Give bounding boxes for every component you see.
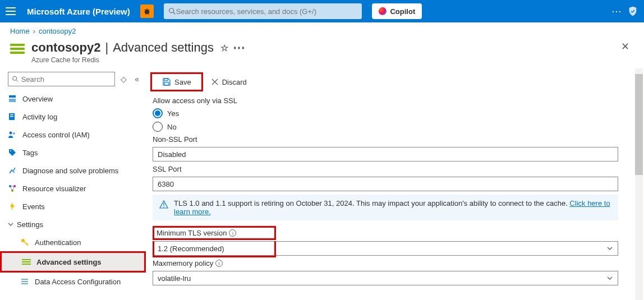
non-ssl-port-label: Non-SSL Port	[153, 135, 618, 144]
svg-point-11	[13, 132, 15, 135]
nav-advanced-settings[interactable]: Advanced settings	[2, 253, 144, 271]
close-blade-icon[interactable]: ✕	[621, 40, 629, 53]
min-tls-label: Minimum TLS version i	[157, 229, 272, 237]
nav-data-access[interactable]: Data Access Configuration	[0, 273, 146, 290]
ssl-no-radio[interactable]: No	[153, 122, 618, 132]
header-more-icon[interactable]: ⋯	[233, 40, 246, 55]
svg-rect-5	[9, 95, 16, 98]
nav-search[interactable]	[8, 72, 115, 86]
content-toolbar: Save Discard	[150, 71, 633, 93]
ssl-yes-radio[interactable]: Yes	[153, 108, 618, 118]
chevron-down-icon	[606, 245, 613, 252]
nav-collapse-icon[interactable]: «	[132, 75, 141, 84]
advanced-settings-icon	[22, 257, 31, 266]
events-icon	[8, 202, 17, 211]
svg-rect-23	[164, 79, 168, 81]
key-icon	[20, 238, 29, 247]
info-icon[interactable]: i	[229, 229, 236, 237]
tags-icon	[8, 148, 17, 157]
nav-pin-icon[interactable]: ◇	[118, 75, 129, 84]
save-icon	[162, 77, 171, 86]
left-nav: ◇ « Overview Activity log Access control…	[0, 68, 146, 300]
access-control-icon	[8, 130, 17, 139]
nav-authentication[interactable]: Authentication	[0, 233, 146, 251]
svg-point-1	[169, 8, 173, 13]
ssl-port-input[interactable]: 6380	[153, 177, 618, 191]
discard-icon	[211, 78, 219, 86]
svg-point-28	[163, 206, 164, 207]
favorite-star-icon[interactable]: ☆	[220, 43, 228, 53]
nav-search-input[interactable]	[21, 75, 112, 84]
svg-rect-6	[9, 99, 16, 102]
nav-diagnose[interactable]: Diagnose and solve problems	[0, 161, 146, 179]
diagnose-icon	[8, 166, 17, 175]
svg-rect-22	[21, 283, 28, 284]
svg-line-4	[16, 80, 18, 82]
svg-rect-9	[10, 116, 13, 117]
tls-retirement-banner: TLS 1.0 and 1.1 support is retiring on O…	[153, 195, 618, 220]
menu-toggle-icon[interactable]	[6, 4, 19, 18]
copilot-button[interactable]: Copilot	[372, 3, 422, 19]
svg-point-12	[10, 150, 11, 151]
breadcrumb-home[interactable]: Home	[10, 27, 30, 35]
non-ssl-port-input[interactable]: Disabled	[153, 147, 618, 161]
page-title: contosopy2 | Advanced settings ☆ ⋯	[31, 40, 246, 55]
redis-resource-icon	[10, 44, 26, 55]
ssl-port-label: SSL Port	[153, 165, 618, 173]
search-icon	[168, 7, 176, 15]
info-icon[interactable]: i	[215, 260, 223, 267]
svg-line-2	[173, 12, 175, 15]
nav-activity-log[interactable]: Activity log	[0, 108, 146, 126]
chevron-down-icon	[8, 221, 13, 227]
chevron-down-icon	[606, 275, 613, 281]
svg-rect-19	[22, 264, 31, 265]
resource-visualizer-icon	[8, 184, 17, 193]
nav-tags[interactable]: Tags	[0, 144, 146, 161]
maxmemory-select[interactable]: volatile-lru	[153, 271, 618, 285]
breadcrumb-resource[interactable]: contosopy2	[39, 27, 76, 35]
maxmemory-label: Maxmemory policy i	[153, 259, 618, 267]
content-pane: Save Discard Allow access only via SSL Y…	[146, 68, 644, 300]
svg-rect-18	[22, 261, 31, 262]
ssl-access-label: Allow access only via SSL	[153, 96, 618, 105]
min-tls-select[interactable]: 1.2 (Recommended)	[153, 241, 618, 256]
search-icon	[12, 75, 19, 83]
overview-icon	[8, 94, 17, 103]
svg-rect-21	[21, 281, 28, 282]
breadcrumb: Home › contosopy2	[0, 22, 644, 39]
scrollbar-thumb[interactable]	[635, 74, 643, 175]
svg-point-3	[13, 76, 17, 80]
copilot-label: Copilot	[390, 7, 415, 16]
global-search[interactable]	[164, 3, 362, 19]
page-subtitle: Azure Cache for Redis	[31, 56, 246, 64]
brand-title: Microsoft Azure (Preview)	[27, 7, 130, 16]
svg-rect-8	[10, 114, 13, 116]
page-header: contosopy2 | Advanced settings ☆ ⋯ Azure…	[0, 39, 644, 68]
svg-rect-24	[164, 82, 169, 85]
nav-overview[interactable]: Overview	[0, 90, 146, 108]
svg-rect-20	[21, 279, 28, 280]
copilot-icon	[379, 7, 387, 15]
security-shield-icon[interactable]	[627, 6, 638, 17]
radio-unchecked-icon	[153, 122, 163, 132]
global-search-input[interactable]	[176, 7, 358, 16]
svg-point-10	[10, 132, 12, 135]
radio-checked-icon	[153, 108, 163, 118]
azure-topbar: Microsoft Azure (Preview) Copilot ⋯	[0, 0, 644, 22]
nav-access-control[interactable]: Access control (IAM)	[0, 126, 146, 144]
preview-bug-icon[interactable]	[140, 4, 154, 18]
breadcrumb-separator-icon: ›	[33, 27, 35, 35]
topbar-more-icon[interactable]: ⋯	[611, 5, 623, 17]
activity-log-icon	[8, 112, 17, 121]
svg-rect-17	[22, 259, 31, 260]
save-button[interactable]: Save	[157, 75, 197, 89]
nav-resource-visualizer[interactable]: Resource visualizer	[0, 179, 146, 197]
nav-group-settings[interactable]: Settings	[0, 215, 146, 233]
discard-button[interactable]: Discard	[205, 76, 252, 89]
nav-events[interactable]: Events	[0, 197, 146, 215]
warning-icon	[159, 200, 168, 209]
data-access-icon	[20, 277, 29, 286]
